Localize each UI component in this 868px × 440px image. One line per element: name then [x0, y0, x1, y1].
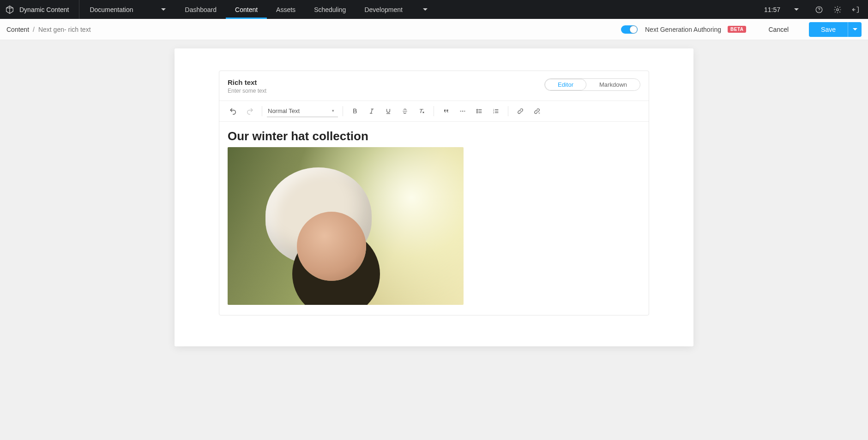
- mode-markdown[interactable]: Markdown: [586, 79, 640, 90]
- editor-title: Rich text: [228, 78, 266, 86]
- text-style-select[interactable]: Normal Text ▾: [267, 106, 338, 117]
- content-heading[interactable]: Our winter hat collection: [228, 129, 640, 143]
- cancel-button[interactable]: Cancel: [760, 22, 797, 37]
- spacer: [428, 0, 756, 19]
- nav-label: Content: [235, 6, 258, 13]
- help-icon[interactable]: [814, 5, 824, 14]
- main-nav: Dashboard Content Assets Scheduling Deve…: [176, 0, 412, 19]
- hr-icon[interactable]: [455, 104, 470, 119]
- svg-point-1: [819, 11, 819, 12]
- editor-toolbar: Normal Text ▾ 123: [219, 101, 649, 122]
- workspace-switcher[interactable]: Documentation: [79, 0, 175, 19]
- save-button-more[interactable]: [848, 22, 862, 37]
- nav-label: Scheduling: [314, 6, 346, 13]
- redo-icon[interactable]: [242, 104, 257, 119]
- content-image[interactable]: [228, 147, 464, 305]
- svg-point-3: [477, 109, 478, 110]
- toggle-knob: [630, 26, 637, 33]
- topbar: Dynamic Content Documentation Dashboard …: [0, 0, 868, 19]
- save-button-group: Save: [809, 22, 862, 37]
- brand-logo-icon: [5, 5, 15, 15]
- breadcrumb-sep: /: [33, 26, 35, 33]
- beta-badge: BETA: [728, 26, 746, 33]
- clear-format-icon[interactable]: [414, 104, 429, 119]
- workspace-switcher-label: Documentation: [90, 6, 133, 13]
- editor-title-block: Rich text Enter some text: [228, 78, 266, 94]
- text-style-value: Normal Text: [268, 107, 300, 114]
- undo-icon[interactable]: [226, 104, 241, 119]
- mode-switch: Editor Markdown: [544, 78, 640, 91]
- clock[interactable]: 11:57: [756, 0, 807, 19]
- subbar: Content / Next gen- rich text Next Gener…: [0, 19, 868, 40]
- workspace: Rich text Enter some text Editor Markdow…: [0, 40, 868, 365]
- chevron-down-icon: [853, 28, 857, 30]
- breadcrumb-current: Next gen- rich text: [38, 26, 91, 33]
- svg-text:3: 3: [493, 112, 494, 114]
- clock-time: 11:57: [764, 6, 780, 13]
- italic-icon[interactable]: [364, 104, 379, 119]
- chevron-down-icon: ▾: [332, 108, 334, 113]
- link-icon[interactable]: [513, 104, 528, 119]
- authoring-toggle-label: Next Generation Authoring: [645, 26, 721, 33]
- brand: Dynamic Content: [0, 0, 79, 19]
- chevron-down-icon: [161, 8, 166, 11]
- underline-icon[interactable]: [381, 104, 396, 119]
- nav-overflow-icon[interactable]: [423, 8, 428, 11]
- nav-content[interactable]: Content: [226, 0, 267, 19]
- toolbar-separator: [434, 106, 434, 116]
- nav-label: Development: [364, 6, 403, 13]
- top-icon-group: [807, 0, 868, 19]
- chevron-down-icon: [794, 8, 799, 11]
- toolbar-separator: [343, 106, 343, 116]
- anchor-link-icon[interactable]: [530, 104, 544, 119]
- nav-development[interactable]: Development: [355, 0, 412, 19]
- nav-label: Dashboard: [185, 6, 217, 13]
- gear-icon[interactable]: [833, 5, 842, 14]
- strikethrough-icon[interactable]: [398, 104, 412, 119]
- svg-point-2: [837, 8, 839, 11]
- quote-icon[interactable]: [439, 104, 453, 119]
- authoring-toggle[interactable]: [621, 25, 638, 34]
- nav-scheduling[interactable]: Scheduling: [305, 0, 355, 19]
- save-button[interactable]: Save: [809, 22, 848, 37]
- breadcrumb-root[interactable]: Content: [6, 26, 29, 33]
- rich-text-editor: Rich text Enter some text Editor Markdow…: [219, 71, 649, 315]
- editor-header: Rich text Enter some text Editor Markdow…: [219, 71, 649, 101]
- editor-body[interactable]: Our winter hat collection: [219, 122, 649, 315]
- nav-assets[interactable]: Assets: [267, 0, 305, 19]
- bullet-list-icon[interactable]: [472, 104, 487, 119]
- bold-icon[interactable]: [348, 104, 362, 119]
- toolbar-separator: [262, 106, 262, 116]
- brand-name: Dynamic Content: [19, 6, 69, 13]
- nav-dashboard[interactable]: Dashboard: [176, 0, 226, 19]
- svg-point-5: [477, 113, 478, 113]
- page-canvas: Rich text Enter some text Editor Markdow…: [175, 48, 693, 346]
- editor-subtitle: Enter some text: [228, 88, 266, 94]
- logout-icon[interactable]: [851, 5, 861, 14]
- mode-editor[interactable]: Editor: [545, 79, 586, 90]
- nav-label: Assets: [276, 6, 295, 13]
- svg-point-4: [477, 111, 478, 112]
- toolbar-separator: [508, 106, 508, 116]
- ordered-list-icon[interactable]: 123: [488, 104, 503, 119]
